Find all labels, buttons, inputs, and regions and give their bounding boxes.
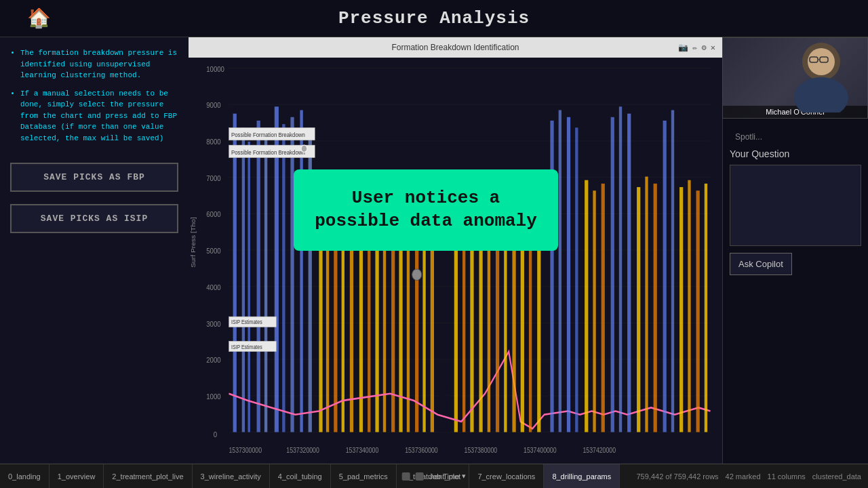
svg-rect-70 <box>559 110 561 432</box>
svg-text:6000: 6000 <box>206 210 221 219</box>
svg-rect-69 <box>550 121 553 432</box>
chart-toolbar-icons: 📷 ✏️ ⚙️ ✕ <box>678 43 715 53</box>
tab-1-overview[interactable]: 1_overview <box>50 464 104 488</box>
main-layout: The formation breakdown pressure is iden… <box>0 37 868 464</box>
webcam-area: Michael O'Connel <box>722 37 868 119</box>
left-panel: The formation breakdown pressure is iden… <box>0 37 189 464</box>
svg-text:Surf Press [Tho]: Surf Press [Tho] <box>190 217 197 267</box>
status-right: 759,442 of 759,442 rows 42 marked 11 col… <box>636 472 861 481</box>
svg-rect-82 <box>663 121 667 432</box>
scroll-thumb-left[interactable] <box>402 472 410 481</box>
svg-rect-79 <box>637 187 640 432</box>
svg-text:1000: 1000 <box>206 392 221 401</box>
tab-3-wireline-activity[interactable]: 3_wireline_activity <box>193 464 270 488</box>
svg-text:3000: 3000 <box>206 319 221 328</box>
save-picks-fbp-button[interactable]: SAVE PICKS AS FBP <box>10 163 178 192</box>
svg-rect-32 <box>242 127 245 432</box>
svg-rect-76 <box>611 117 614 432</box>
svg-text:1537420000: 1537420000 <box>583 447 616 455</box>
svg-text:ISIP Estimates: ISIP Estimates <box>231 319 262 326</box>
svg-text:0: 0 <box>214 430 217 439</box>
instructions-text: The formation breakdown pressure is iden… <box>10 47 178 150</box>
chevron-down-icon: ▾ <box>462 472 466 481</box>
svg-text:Possible Formation Breakdown: Possible Formation Breakdown <box>231 148 305 156</box>
svg-rect-73 <box>585 180 588 432</box>
chart-container[interactable]: 10000 9000 8000 7000 6000 5000 4000 3000… <box>189 58 722 464</box>
svg-text:1537360000: 1537360000 <box>405 447 438 455</box>
svg-text:1537300000: 1537300000 <box>229 447 262 455</box>
annotation-overlay: User notices a possible data anomaly <box>294 169 558 251</box>
save-picks-isip-button[interactable]: SAVE PICKS AS ISIP <box>10 204 178 233</box>
chart-svg: 10000 9000 8000 7000 6000 5000 4000 3000… <box>189 58 722 464</box>
svg-point-103 <box>794 77 848 113</box>
svg-text:ISIP Estimates: ISIP Estimates <box>231 344 262 350</box>
tab-7-crew-locations[interactable]: 7_crew_locations <box>469 464 544 488</box>
ask-copilot-button[interactable]: Ask Copilot <box>730 253 792 275</box>
svg-text:2000: 2000 <box>206 355 221 364</box>
svg-text:5000: 5000 <box>206 246 221 255</box>
top-bar: 🏠 Pressure Analysis <box>0 0 868 37</box>
svg-rect-78 <box>627 114 631 432</box>
right-panel: Michael O'Connel Spotli... Your Question… <box>722 37 868 464</box>
job-time-button[interactable]: Job Time ▾ <box>429 472 467 481</box>
question-input-area[interactable] <box>730 165 861 246</box>
edit-icon[interactable]: ✏️ <box>692 43 697 53</box>
chart-toolbar: Formation Breakdown Identification 📷 ✏️ … <box>189 37 722 58</box>
svg-rect-33 <box>248 142 250 432</box>
svg-rect-75 <box>601 184 605 432</box>
svg-point-97 <box>412 269 422 281</box>
svg-text:8000: 8000 <box>206 137 221 146</box>
svg-rect-81 <box>654 184 657 432</box>
svg-rect-72 <box>575 127 578 432</box>
column-count: 11 columns <box>768 472 806 481</box>
svg-rect-74 <box>593 190 595 432</box>
scroll-thumb-right[interactable] <box>416 472 424 481</box>
svg-text:1537320000: 1537320000 <box>286 447 319 455</box>
svg-rect-77 <box>619 106 622 432</box>
svg-text:1537380000: 1537380000 <box>465 447 498 455</box>
tab-4-coil-tubing[interactable]: 4_coil_tubing <box>270 464 331 488</box>
status-bar-center: Job Time ▾ <box>402 472 467 481</box>
tab-0-landing[interactable]: 0_landing <box>0 464 50 488</box>
svg-rect-38 <box>290 117 294 432</box>
svg-rect-80 <box>645 177 648 432</box>
tab-5-pad-metrics[interactable]: 5_pad_metrics <box>331 464 397 488</box>
svg-text:Possible Formation Breakdown: Possible Formation Breakdown <box>231 131 305 138</box>
question-label: Your Question <box>730 148 861 159</box>
row-count: 759,442 of 759,442 rows <box>636 472 718 481</box>
svg-point-92 <box>301 145 307 152</box>
settings-icon[interactable]: ⚙️ <box>702 43 707 53</box>
svg-rect-37 <box>282 124 285 432</box>
app-title: Pressure Analysis <box>338 8 530 28</box>
center-area: Formation Breakdown Identification 📷 ✏️ … <box>189 37 722 464</box>
right-panel-content: Spotli... Your Question Ask Copilot <box>730 129 861 282</box>
svg-text:9000: 9000 <box>206 101 221 110</box>
svg-rect-71 <box>567 117 570 432</box>
svg-rect-86 <box>696 190 700 432</box>
svg-text:1537340000: 1537340000 <box>346 447 379 455</box>
svg-text:10000: 10000 <box>206 64 224 73</box>
svg-rect-56 <box>439 373 443 432</box>
marked-count: 42 marked <box>726 472 761 481</box>
svg-rect-87 <box>705 184 707 432</box>
svg-rect-83 <box>671 110 674 432</box>
camera-icon[interactable]: 📷 <box>678 43 688 53</box>
svg-text:1537400000: 1537400000 <box>524 447 557 455</box>
tab-2-treatment-plot-live[interactable]: 2_treatment_plot_live <box>104 464 192 488</box>
tab-8-drilling-params[interactable]: 8_drilling_params <box>544 464 620 488</box>
annotation-text: User notices a possible data anomaly <box>304 187 547 233</box>
dataset-name: clustered_data <box>812 472 861 481</box>
close-icon[interactable]: ✕ <box>711 43 715 53</box>
chart-toolbar-title: Formation Breakdown Identification <box>391 43 519 52</box>
svg-point-99 <box>808 48 835 75</box>
bullet-1: The formation breakdown pressure is iden… <box>20 47 178 81</box>
svg-rect-57 <box>446 380 450 432</box>
webcam-content: Michael O'Connel <box>723 38 867 118</box>
svg-rect-39 <box>300 110 302 432</box>
svg-rect-35 <box>264 135 267 432</box>
svg-rect-31 <box>233 114 237 432</box>
svg-text:7000: 7000 <box>206 174 221 182</box>
home-icon[interactable]: 🏠 <box>27 7 51 30</box>
bottom-bar: 0_landing 1_overview 2_treatment_plot_li… <box>0 464 868 488</box>
spotlight-label: Spotli... <box>730 129 861 145</box>
